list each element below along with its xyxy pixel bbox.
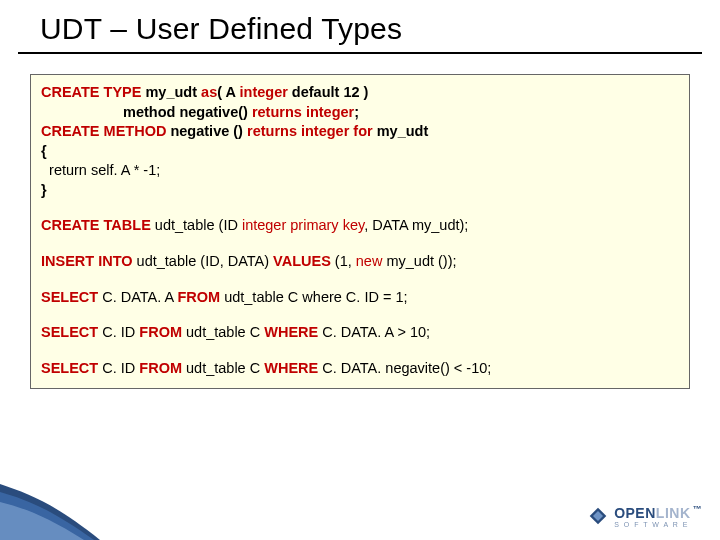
- corner-accent-icon: [0, 484, 100, 540]
- text: C. DATA. A > 10;: [318, 324, 430, 340]
- text: C. DATA. A: [98, 289, 177, 305]
- keyword-create-method: CREATE METHOD: [41, 123, 166, 139]
- keyword-integer: integer: [242, 217, 286, 233]
- logo-word-1: OPEN: [614, 505, 656, 521]
- text: (1,: [331, 253, 356, 269]
- keyword-where: WHERE: [264, 360, 318, 376]
- text: udt_table C: [182, 360, 264, 376]
- code-line-5: return self. A * -1;: [41, 161, 679, 181]
- keyword-integer: integer: [240, 84, 288, 100]
- stmt-select-2: SELECT C. ID FROM udt_table C WHERE C. D…: [41, 323, 679, 343]
- text: C. ID: [98, 324, 139, 340]
- text: udt_table C where C. ID = 1;: [220, 289, 407, 305]
- stmt-insert: INSERT INTO udt_table (ID, DATA) VALUES …: [41, 252, 679, 272]
- code-line-6: }: [41, 181, 679, 201]
- code-line-2: method negative() returns integer;: [41, 103, 679, 123]
- logo-mark-icon: [588, 506, 608, 526]
- stmt-create-table: CREATE TABLE udt_table (ID integer prima…: [41, 216, 679, 236]
- logo-subtitle: S O F T W A R E: [614, 521, 702, 528]
- keyword-new: new: [356, 253, 383, 269]
- text: ( A: [217, 84, 239, 100]
- keyword-select: SELECT: [41, 360, 98, 376]
- text: udt_table C: [182, 324, 264, 340]
- code-line-4: {: [41, 142, 679, 162]
- slide: UDT – User Defined Types CREATE TYPE my_…: [0, 0, 720, 540]
- slide-title: UDT – User Defined Types: [40, 12, 402, 46]
- keyword-select: SELECT: [41, 289, 98, 305]
- keyword-create-type: CREATE TYPE: [41, 84, 141, 100]
- keyword-select: SELECT: [41, 324, 98, 340]
- keyword-insert-into: INSERT INTO: [41, 253, 133, 269]
- keyword-primary-key: primary key: [290, 217, 364, 233]
- text: udt_table (ID, DATA): [133, 253, 273, 269]
- code-box: CREATE TYPE my_udt as( A integer default…: [30, 74, 690, 389]
- keyword-from: FROM: [177, 289, 220, 305]
- keyword-integer: integer: [301, 123, 349, 139]
- title-underline: [18, 52, 702, 54]
- text: method negative(): [123, 104, 252, 120]
- keyword-for: for: [353, 123, 372, 139]
- text: default 12 ): [288, 84, 369, 100]
- logo-tm: ™: [693, 504, 703, 514]
- stmt-select-3: SELECT C. ID FROM udt_table C WHERE C. D…: [41, 359, 679, 379]
- text: my_udt ());: [382, 253, 456, 269]
- text: my_udt: [141, 84, 201, 100]
- keyword-from: FROM: [139, 360, 182, 376]
- text: my_udt: [373, 123, 429, 139]
- keyword-integer: integer: [306, 104, 354, 120]
- keyword-values: VALUES: [273, 253, 331, 269]
- text: negative (): [166, 123, 247, 139]
- keyword-returns: returns: [247, 123, 297, 139]
- brand-logo: OPENLINK™ S O F T W A R E: [588, 504, 702, 528]
- text: C. ID: [98, 360, 139, 376]
- keyword-as: as: [201, 84, 217, 100]
- text: , DATA my_udt);: [364, 217, 468, 233]
- logo-word-2: LINK: [656, 505, 691, 521]
- keyword-from: FROM: [139, 324, 182, 340]
- logo-text: OPENLINK™ S O F T W A R E: [614, 504, 702, 528]
- keyword-returns: returns: [252, 104, 302, 120]
- keyword-where: WHERE: [264, 324, 318, 340]
- text: udt_table (ID: [151, 217, 242, 233]
- code-line-1: CREATE TYPE my_udt as( A integer default…: [41, 83, 679, 103]
- text: ;: [354, 104, 359, 120]
- code-line-3: CREATE METHOD negative () returns intege…: [41, 122, 679, 142]
- stmt-select-1: SELECT C. DATA. A FROM udt_table C where…: [41, 288, 679, 308]
- keyword-create-table: CREATE TABLE: [41, 217, 151, 233]
- text: C. DATA. negavite() < -10;: [318, 360, 491, 376]
